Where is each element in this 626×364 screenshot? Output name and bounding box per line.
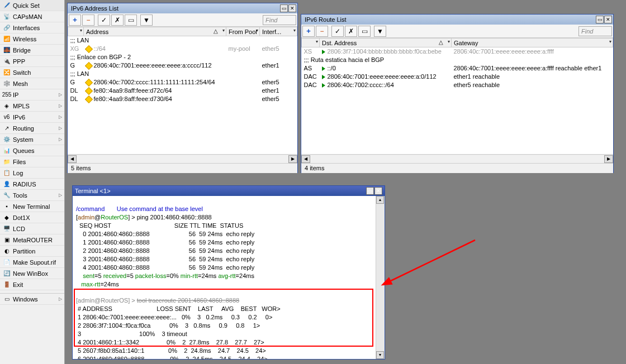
sidebar-item-label: Exit bbox=[13, 281, 23, 288]
table-row[interactable]: ;;; LAN bbox=[68, 70, 297, 78]
table-row[interactable]: ;;; LAN bbox=[68, 36, 297, 45]
terminal-line: sent=5 received=5 packet-loss=0% min-rtt… bbox=[76, 272, 254, 279]
table-row[interactable]: G2806:40c:7001:eeee:eeee:eeee:a:cccc/112… bbox=[68, 61, 297, 70]
menu-icon: ⚙️ bbox=[2, 135, 11, 144]
status-bar: 5 items bbox=[68, 163, 297, 173]
menu-icon: 🔗 bbox=[2, 23, 11, 32]
col-dst[interactable]: Dst. Address△▾ bbox=[320, 39, 452, 47]
restore-button[interactable]: ▭ bbox=[596, 16, 604, 23]
sidebar-item-ipv6[interactable]: v6IPv6▷ bbox=[0, 112, 64, 123]
find-input[interactable]: Find bbox=[578, 26, 612, 36]
window-title: Terminal <1> bbox=[75, 188, 366, 194]
table-row[interactable]: DAC2806:40c:7001:eeee:eeee:eeee:a:0/112e… bbox=[302, 73, 613, 81]
enable-button[interactable]: ✓ bbox=[98, 15, 110, 26]
menu-icon: 📄 bbox=[2, 258, 11, 267]
table-row[interactable]: DAC2806:40c:7002:cccc::/64ether5 reachab… bbox=[302, 81, 613, 89]
titlebar[interactable]: IPv6 Address List ▭ ✕ bbox=[68, 3, 297, 13]
terminal-body[interactable]: /command Use command at the base level [… bbox=[73, 196, 385, 359]
col-flags[interactable]: ▾ bbox=[68, 27, 84, 36]
menu-icon: 📊 bbox=[2, 146, 11, 155]
close-button[interactable]: ✕ bbox=[374, 187, 382, 195]
filter-button[interactable]: ▼ bbox=[140, 15, 153, 26]
sidebar-item-label: Routing bbox=[13, 125, 34, 132]
sidebar-windows[interactable]: ▭ Windows ▷ bbox=[0, 294, 64, 305]
expand-icon: ▷ bbox=[59, 137, 62, 142]
status-bar: 4 items bbox=[301, 163, 613, 173]
sidebar-item-wireless[interactable]: 📶Wireless bbox=[0, 33, 64, 45]
find-input[interactable]: Find bbox=[263, 15, 296, 25]
col-address[interactable]: Address△▾ bbox=[84, 27, 226, 36]
menu-icon: 🚪 bbox=[2, 280, 11, 289]
v-scrollbar[interactable]: ▴ ▾ bbox=[376, 196, 385, 359]
col-gw[interactable]: Gateway▾ bbox=[452, 39, 613, 47]
sidebar-item-ip[interactable]: 255IP▷ bbox=[0, 89, 64, 100]
sidebar-item-ppp[interactable]: 🔌PPP bbox=[0, 56, 64, 67]
remove-button[interactable]: − bbox=[82, 15, 94, 26]
add-button[interactable]: ＋ bbox=[302, 26, 315, 37]
menu-icon: 📡 bbox=[2, 12, 11, 21]
comment-button[interactable]: ▭ bbox=[358, 26, 371, 37]
sidebar-item-quick-set[interactable]: 🖊️Quick Set bbox=[0, 0, 64, 11]
sidebar-item-make-supout.rif[interactable]: 📄Make Supout.rif bbox=[0, 257, 64, 268]
menu-icon: ▣ bbox=[2, 236, 11, 245]
menu-icon: 255 bbox=[2, 90, 11, 99]
table-row[interactable]: ;;; Ruta estatica hacia el BGP bbox=[302, 56, 613, 64]
sidebar-item-files[interactable]: 📁Files bbox=[0, 156, 64, 167]
titlebar[interactable]: Terminal <1> ▭ ✕ bbox=[73, 186, 385, 196]
disable-button[interactable]: ✗ bbox=[345, 26, 357, 37]
table-row[interactable]: XG::/64my-poolether5 bbox=[68, 45, 297, 53]
sidebar-item-system[interactable]: ⚙️System▷ bbox=[0, 134, 64, 145]
sidebar-item-mesh[interactable]: 🕸️Mesh bbox=[0, 78, 64, 89]
h-scrollbar[interactable]: ◀▶ bbox=[68, 154, 297, 163]
sidebar-item-label: Queues bbox=[13, 147, 35, 154]
restore-button[interactable]: ▭ bbox=[280, 4, 288, 12]
sidebar-item-radius[interactable]: 👤RADIUS bbox=[0, 179, 64, 190]
sidebar-item-log[interactable]: 📋Log bbox=[0, 167, 64, 179]
sidebar-item-queues[interactable]: 📊Queues bbox=[0, 145, 64, 156]
titlebar[interactable]: IPv6 Route List ▭ ✕ bbox=[301, 15, 613, 25]
sidebar-item-new-terminal[interactable]: ▪New Terminal bbox=[0, 201, 64, 212]
add-button[interactable]: ＋ bbox=[69, 15, 81, 26]
sidebar-item-new-winbox[interactable]: 🔄New WinBox bbox=[0, 268, 64, 279]
terminal-line: /command Use command at the base level bbox=[76, 205, 203, 212]
sidebar-item-interfaces[interactable]: 🔗Interfaces bbox=[0, 22, 64, 33]
route-icon bbox=[322, 66, 325, 71]
table-row[interactable]: DLfe80::4aa9:8aff:feee:d730/64ether5 bbox=[68, 95, 297, 103]
comment-button[interactable]: ▭ bbox=[125, 15, 137, 26]
table-row[interactable]: AS::/02806:40c:7001:eeee:eeee:eeee:a:fff… bbox=[302, 64, 613, 73]
close-button[interactable]: ✕ bbox=[288, 4, 296, 12]
enable-button[interactable]: ✓ bbox=[331, 26, 344, 37]
sidebar-item-mpls[interactable]: ◈MPLS▷ bbox=[0, 100, 64, 112]
remove-button[interactable]: − bbox=[316, 26, 328, 37]
sidebar-item-partition[interactable]: ◐Partition bbox=[0, 246, 64, 257]
sidebar-item-tools[interactable]: 🔧Tools▷ bbox=[0, 190, 64, 201]
sidebar-item-routing[interactable]: ↗Routing▷ bbox=[0, 123, 64, 134]
svg-line-0 bbox=[388, 240, 475, 282]
filter-button[interactable]: ▼ bbox=[374, 26, 386, 37]
sidebar-item-label: CAPsMAN bbox=[13, 13, 42, 20]
expand-icon: ▷ bbox=[59, 114, 62, 119]
windows-icon: ▭ bbox=[2, 295, 11, 304]
sidebar-item-bridge[interactable]: 🌉Bridge bbox=[0, 45, 64, 56]
sidebar-item-exit[interactable]: 🚪Exit bbox=[0, 279, 64, 290]
h-scrollbar[interactable]: ◀▶ bbox=[301, 154, 613, 163]
sidebar-item-lcd[interactable]: 🖥️LCD bbox=[0, 223, 64, 234]
col-pool[interactable]: From Pool▾ bbox=[226, 27, 260, 36]
restore-button[interactable]: ▭ bbox=[366, 187, 374, 195]
close-button[interactable]: ✕ bbox=[604, 16, 612, 23]
table-row[interactable]: G2806:40c:7002:cccc:1111:1111:1111:254/6… bbox=[68, 78, 297, 87]
sidebar-item-switch[interactable]: 🔀Switch bbox=[0, 67, 64, 78]
table-row[interactable]: ;;; Enlace con BGP - 2 bbox=[68, 53, 297, 61]
sidebar-item-metarouter[interactable]: ▣MetaROUTER bbox=[0, 234, 64, 246]
col-flags[interactable]: ▾ bbox=[302, 39, 320, 47]
sidebar-item-capsman[interactable]: 📡CAPsMAN bbox=[0, 11, 64, 22]
table-row[interactable]: XS2806:3f7:1004:bbbb:bbbb:bbbb:f0ca:bebe… bbox=[302, 47, 613, 56]
table-row[interactable]: DLfe80::4aa9:8aff:feee:d72c/64ether1 bbox=[68, 87, 297, 95]
sidebar-item-dot1x[interactable]: ◆Dot1X bbox=[0, 212, 64, 223]
flag-icon bbox=[84, 45, 92, 53]
menu-icon: 👤 bbox=[2, 180, 11, 189]
disable-button[interactable]: ✗ bbox=[111, 15, 124, 26]
annotation-arrow bbox=[380, 234, 481, 301]
col-intf[interactable]: Interf...▾ bbox=[260, 27, 297, 36]
sidebar-item-label: MetaROUTER bbox=[13, 237, 53, 243]
